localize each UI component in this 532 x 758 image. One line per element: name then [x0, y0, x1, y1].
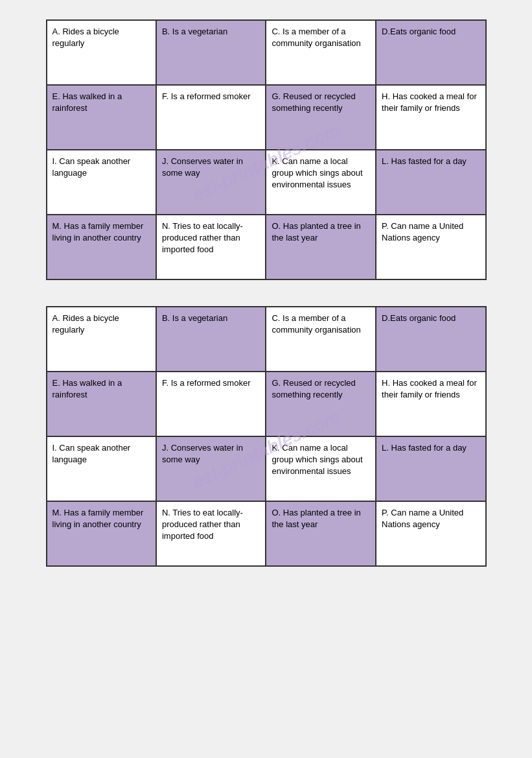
cell-1-0: E. Has walked in a rainforest	[47, 372, 156, 436]
cell-2-3: L. Has fasted for a day	[376, 150, 485, 215]
cell-3-1: N. Tries to eat locally-produced rather …	[156, 215, 266, 279]
cell-2-3: L. Has fasted for a day	[376, 436, 485, 501]
cell-1-2: G. Reused or recycled something recently	[266, 372, 376, 436]
cell-1-3: H. Has cooked a meal for their family or…	[376, 85, 485, 150]
bingo-card-1: A. Rides a bicycle regularlyB. Is a vege…	[46, 19, 487, 280]
cell-0-1: B. Is a vegetarian	[156, 307, 266, 372]
cell-1-1: F. Is a reformed smoker	[156, 85, 266, 150]
cell-3-2: O. Has planted a tree in the last year	[266, 501, 376, 566]
table-row: E. Has walked in a rainforestF. Is a ref…	[47, 372, 486, 436]
cell-2-1: J. Conserves water in some way	[156, 150, 266, 215]
cell-2-1: J. Conserves water in some way	[156, 436, 266, 501]
table-row: E. Has walked in a rainforestF. Is a ref…	[47, 85, 486, 150]
table-row: I. Can speak another languageJ. Conserve…	[47, 150, 486, 215]
cell-3-2: O. Has planted a tree in the last year	[266, 215, 376, 279]
table-row: I. Can speak another languageJ. Conserve…	[47, 436, 486, 501]
cell-3-3: P. Can name a United Nations agency	[376, 501, 485, 566]
table-row: M. Has a family member living in another…	[47, 215, 486, 279]
cell-2-2: K. Can name a local group which sings ab…	[266, 150, 376, 215]
cell-1-0: E. Has walked in a rainforest	[47, 85, 156, 150]
cell-2-0: I. Can speak another language	[47, 150, 156, 215]
card-container-1: A. Rides a bicycle regularlyB. Is a vege…	[46, 19, 487, 306]
cell-1-2: G. Reused or recycled something recently	[266, 85, 376, 150]
card-container-2: A. Rides a bicycle regularlyB. Is a vege…	[46, 306, 487, 593]
cell-2-0: I. Can speak another language	[47, 436, 156, 501]
cell-0-0: A. Rides a bicycle regularly	[47, 20, 156, 85]
bingo-card-2: A. Rides a bicycle regularlyB. Is a vege…	[46, 306, 487, 567]
cell-0-2: C. Is a member of a community organisati…	[266, 20, 376, 85]
cell-3-0: M. Has a family member living in another…	[47, 215, 156, 279]
cell-1-1: F. Is a reformed smoker	[156, 372, 266, 436]
cell-3-3: P. Can name a United Nations agency	[376, 215, 485, 279]
cell-0-3: D.Eats organic food	[376, 20, 485, 85]
table-row: M. Has a family member living in another…	[47, 501, 486, 566]
cell-3-1: N. Tries to eat locally-produced rather …	[156, 501, 266, 566]
cell-0-0: A. Rides a bicycle regularly	[47, 307, 156, 372]
cell-0-2: C. Is a member of a community organisati…	[266, 307, 376, 372]
cell-0-3: D.Eats organic food	[376, 307, 485, 372]
cards-wrapper: A. Rides a bicycle regularlyB. Is a vege…	[13, 19, 519, 593]
table-row: A. Rides a bicycle regularlyB. Is a vege…	[47, 307, 486, 372]
table-row: A. Rides a bicycle regularlyB. Is a vege…	[47, 20, 486, 85]
cell-2-2: K. Can name a local group which sings ab…	[266, 436, 376, 501]
cell-0-1: B. Is a vegetarian	[156, 20, 266, 85]
cell-3-0: M. Has a family member living in another…	[47, 501, 156, 566]
cell-1-3: H. Has cooked a meal for their family or…	[376, 372, 485, 436]
